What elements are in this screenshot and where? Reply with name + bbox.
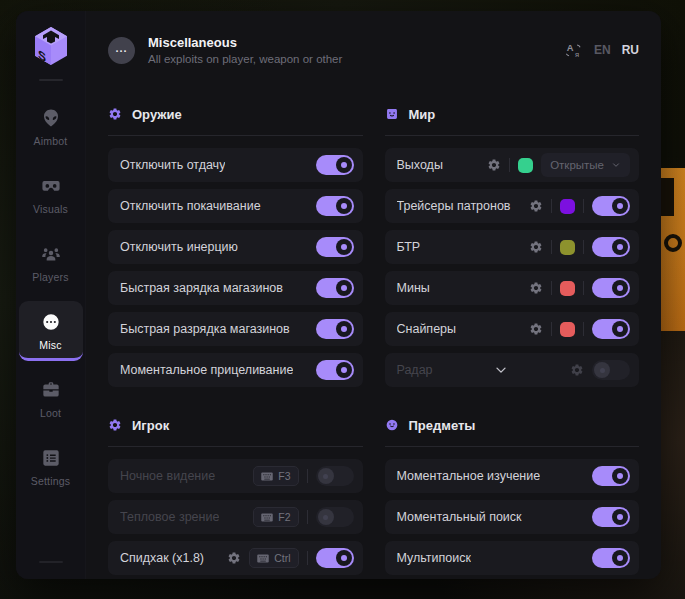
gear-icon[interactable]	[529, 281, 543, 295]
sidebar-item-visuals[interactable]: Visuals	[19, 165, 83, 225]
feature-label: Моментальное прицеливание	[120, 363, 293, 377]
keybind-badge[interactable]: Ctrl	[249, 548, 298, 568]
toggle-knob	[594, 362, 610, 378]
alien-icon	[41, 108, 61, 128]
feature-row[interactable]: Мины	[385, 271, 640, 305]
toggle[interactable]	[592, 548, 630, 568]
sidebar-item-misc[interactable]: Misc	[19, 301, 83, 361]
list-icon	[41, 448, 61, 468]
color-swatch[interactable]	[560, 322, 575, 337]
sign-letter-shape	[659, 178, 674, 216]
sidebar-item-players[interactable]: Players	[19, 233, 83, 293]
feature-row-radar[interactable]: Радар	[385, 353, 640, 387]
toggle[interactable]	[316, 237, 354, 257]
section-header: Игрок	[108, 410, 363, 440]
toggle-knob	[318, 509, 334, 525]
feature-row[interactable]: Тепловое зрение F2	[108, 500, 363, 534]
feature-row[interactable]: БТР	[385, 230, 640, 264]
svg-text:я: я	[575, 50, 579, 59]
gear-icon[interactable]	[227, 551, 241, 565]
toggle-knob	[336, 550, 352, 566]
toggle[interactable]	[592, 196, 630, 216]
toggle-knob	[612, 239, 628, 255]
feature-row[interactable]: Моментальный поиск	[385, 500, 640, 534]
feature-row[interactable]: Моментальное прицеливание	[108, 353, 363, 387]
toggle[interactable]	[316, 155, 354, 175]
feature-row[interactable]: Снайперы	[385, 312, 640, 346]
toggle[interactable]	[316, 507, 354, 527]
control-divider	[551, 199, 552, 213]
feature-row[interactable]: Быстрая зарядка магазинов	[108, 271, 363, 305]
section-world: Мир Выходы Открытые	[385, 99, 640, 394]
sidebar-item-loot[interactable]: Loot	[19, 369, 83, 429]
keyboard-icon	[261, 513, 273, 522]
feature-label: Моментальный поиск	[397, 510, 522, 524]
section-header: Оружие	[108, 99, 363, 129]
feature-label: Ночное видение	[120, 469, 215, 483]
gear-icon[interactable]	[529, 240, 543, 254]
sidebar-item-label: Visuals	[33, 203, 68, 215]
section-header: Предметы	[385, 410, 640, 440]
feature-row[interactable]: Отключить отдачу	[108, 148, 363, 182]
feature-label: Тепловое зрение	[120, 510, 219, 524]
color-swatch[interactable]	[560, 199, 575, 214]
toggle[interactable]	[316, 196, 354, 216]
toggle[interactable]	[592, 237, 630, 257]
page-header: ... Miscellaneous All exploits on player…	[86, 11, 661, 89]
feature-row[interactable]: Выходы Открытые	[385, 148, 640, 182]
sidebar-item-settings[interactable]: Settings	[19, 437, 83, 497]
toggle[interactable]	[592, 278, 630, 298]
vr-goggles-icon	[41, 176, 61, 196]
chevron-down-icon[interactable]	[493, 362, 509, 378]
gear-icon[interactable]	[529, 199, 543, 213]
section-weapon: Оружие Отключить отдачу Отключить покачи…	[108, 99, 363, 394]
feature-row[interactable]: Отключить инерцию	[108, 230, 363, 264]
game-background-sign	[661, 168, 685, 331]
toggle[interactable]	[592, 319, 630, 339]
control-divider	[583, 199, 584, 213]
gear-icon[interactable]	[487, 158, 501, 172]
toggle[interactable]	[592, 507, 630, 527]
exits-dropdown[interactable]: Открытые	[541, 153, 630, 177]
feature-row[interactable]: Спидхак (x1.8) Ctrl	[108, 541, 363, 575]
keybind-badge[interactable]: F3	[253, 466, 298, 486]
control-divider	[307, 510, 308, 524]
keybind-badge[interactable]: F2	[253, 507, 298, 527]
main-panel: ... Miscellaneous All exploits on player…	[86, 11, 661, 579]
color-swatch[interactable]	[518, 158, 533, 173]
feature-row[interactable]: Отключить покачивание	[108, 189, 363, 223]
toggle[interactable]	[316, 360, 354, 380]
feature-label: Спидхак (x1.8)	[120, 551, 204, 565]
feature-row[interactable]: Быстрая разрядка магазинов	[108, 312, 363, 346]
color-swatch[interactable]	[560, 281, 575, 296]
toggle[interactable]	[316, 466, 354, 486]
control-divider	[583, 281, 584, 295]
language-option-ru[interactable]: RU	[622, 43, 639, 57]
toggle[interactable]	[316, 548, 354, 568]
feature-row[interactable]: Мультипоиск	[385, 541, 640, 575]
language-option-en[interactable]: EN	[594, 43, 611, 57]
sidebar-item-aimbot[interactable]: Aimbot	[19, 97, 83, 157]
feature-label: Мультипоиск	[397, 551, 472, 565]
gear-icon[interactable]	[570, 363, 584, 377]
toggle[interactable]	[316, 319, 354, 339]
color-swatch[interactable]	[560, 240, 575, 255]
ellipsis-circle-icon	[41, 312, 61, 332]
toggle[interactable]	[592, 466, 630, 486]
briefcase-icon	[41, 380, 61, 400]
keybind-value: Ctrl	[274, 552, 290, 564]
toggle-knob	[612, 550, 628, 566]
players-icon	[41, 244, 61, 264]
control-divider	[583, 322, 584, 336]
svg-text:A: A	[567, 43, 574, 53]
toggle[interactable]	[316, 278, 354, 298]
feature-row[interactable]: Ночное видение F3	[108, 459, 363, 493]
gear-icon[interactable]	[529, 322, 543, 336]
sidebar-item-label: Settings	[31, 475, 71, 487]
toggle-knob	[612, 509, 628, 525]
feature-row[interactable]: Моментальное изучение	[385, 459, 640, 493]
feature-label: Отключить отдачу	[120, 158, 225, 172]
toggle[interactable]	[592, 360, 630, 380]
toggle-knob	[612, 321, 628, 337]
feature-row[interactable]: Трейсеры патронов	[385, 189, 640, 223]
